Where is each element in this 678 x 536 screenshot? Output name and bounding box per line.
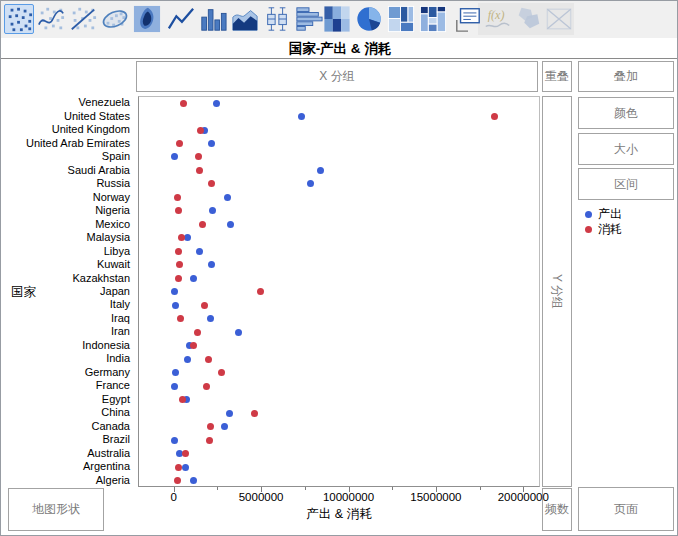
point-consumption-Iran[interactable] xyxy=(194,329,201,336)
y-axis-label: Argentina xyxy=(1,461,134,472)
toolbar-icon-line-of-fit[interactable] xyxy=(68,4,98,34)
drop-zone-size[interactable]: 大小 xyxy=(578,133,674,165)
legend-label: 产出 xyxy=(598,206,622,223)
legend-item-consumption[interactable]: 消耗 xyxy=(585,223,622,237)
point-output-Iran[interactable] xyxy=(235,329,242,336)
y-axis-label: Nigeria xyxy=(1,205,134,216)
y-axis-label: United Arab Emirates xyxy=(1,138,134,149)
drop-zone-interval[interactable]: 区间 xyxy=(578,168,674,200)
toolbar-icon-bar[interactable] xyxy=(198,4,228,34)
drop-zone-map-shape-label: 地图形状 xyxy=(32,501,80,518)
toolbar-icon-box-plot[interactable] xyxy=(262,4,292,34)
point-consumption-Libya[interactable] xyxy=(175,248,182,255)
toolbar-icon-histogram[interactable] xyxy=(294,4,324,34)
toolbar-icon-smoother[interactable] xyxy=(36,4,66,34)
drop-zone-page[interactable]: 页面 xyxy=(578,487,674,531)
drop-zone-color[interactable]: 颜色 xyxy=(578,97,674,129)
drop-zone-overlap-label: 重叠 xyxy=(545,68,569,85)
y-axis-label: United Kingdom xyxy=(1,124,134,135)
point-output-Kazakhstan[interactable] xyxy=(190,275,197,282)
x-axis-minor-tick xyxy=(480,487,481,490)
point-consumption-Brazil[interactable] xyxy=(206,437,213,444)
y-axis-label: Libya xyxy=(1,246,134,257)
point-consumption-Saudi-Arabia[interactable] xyxy=(196,167,203,174)
point-output-Brazil[interactable] xyxy=(171,437,178,444)
toolbar-icon-points[interactable] xyxy=(4,4,34,34)
point-consumption-Indonesia[interactable] xyxy=(190,342,197,349)
drop-zone-overlap[interactable]: 重叠 xyxy=(542,61,572,92)
legend-marker-icon xyxy=(585,226,592,233)
y-axis-label: Iran xyxy=(1,326,134,337)
point-consumption-Egypt[interactable] xyxy=(179,396,186,403)
y-axis-label: France xyxy=(1,380,134,391)
y-axis-label: Norway xyxy=(1,192,134,203)
toolbar-icon-area[interactable] xyxy=(230,4,260,34)
x-axis-tick-label: 15000000 xyxy=(391,491,481,503)
point-output-Venezuela[interactable] xyxy=(213,100,220,107)
y-axis-label: Kuwait xyxy=(1,259,134,270)
point-consumption-Kazakhstan[interactable] xyxy=(175,275,182,282)
drop-zone-frequency-label: 频数 xyxy=(545,501,569,518)
y-axis-label: Malaysia xyxy=(1,232,134,243)
toolbar-icon-mosaic[interactable] xyxy=(418,4,448,34)
point-output-Mexico[interactable] xyxy=(227,221,234,228)
y-axis-label: Saudi Arabia xyxy=(1,165,134,176)
toolbar-icon-caption-box[interactable] xyxy=(453,4,483,34)
drop-zone-map-shape[interactable]: 地图形状 xyxy=(8,488,104,531)
point-output-Algeria[interactable] xyxy=(190,477,197,484)
x-axis-tick-label: 0 xyxy=(129,491,219,503)
toolbar-icon-pie[interactable] xyxy=(354,4,384,34)
x-axis-tick-label: 20000000 xyxy=(478,491,568,503)
y-axis-label: Australia xyxy=(1,448,134,459)
toolbar-icon-binned-shapes xyxy=(513,4,543,34)
toolbar-icon-line[interactable] xyxy=(166,4,196,34)
drop-zone-interval-label: 区间 xyxy=(614,176,638,193)
point-output-China[interactable] xyxy=(226,410,233,417)
toolbar-icon-contour[interactable] xyxy=(132,4,162,34)
point-output-Japan[interactable] xyxy=(171,288,178,295)
point-consumption-Italy[interactable] xyxy=(201,302,208,309)
y-axis-label: Russia xyxy=(1,178,134,189)
point-output-India[interactable] xyxy=(184,356,191,363)
y-axis-label: Spain xyxy=(1,151,134,162)
drop-zone-y-group[interactable]: Y 分组 xyxy=(542,96,572,487)
toolbar-icon-treemap[interactable] xyxy=(386,4,416,34)
point-output-Italy[interactable] xyxy=(172,302,179,309)
y-axis-label: Mexico xyxy=(1,219,134,230)
point-consumption-Norway[interactable] xyxy=(174,194,181,201)
point-output-France[interactable] xyxy=(171,383,178,390)
legend-item-output[interactable]: 产出 xyxy=(585,207,622,221)
x-axis-minor-tick xyxy=(392,487,393,490)
toolbar-icon-heatmap[interactable] xyxy=(322,4,352,34)
drop-zone-color-label: 颜色 xyxy=(614,105,638,122)
y-axis-label: Germany xyxy=(1,367,134,378)
legend-marker-icon xyxy=(585,211,592,218)
drop-zone-x-group[interactable]: X 分组 xyxy=(136,61,538,92)
toolbar-icon-ellipse[interactable] xyxy=(100,4,130,34)
drop-zone-overlay[interactable]: 叠加 xyxy=(578,61,674,92)
point-consumption-Algeria[interactable] xyxy=(174,477,181,484)
drop-zone-page-label: 页面 xyxy=(614,501,638,518)
drop-zone-x-group-label: X 分组 xyxy=(319,68,354,85)
x-axis-minor-tick xyxy=(305,487,306,490)
point-consumption-India[interactable] xyxy=(205,356,212,363)
point-consumption-United-States[interactable] xyxy=(491,113,498,120)
drop-zone-y-group-label: Y 分组 xyxy=(549,274,566,309)
toolbar-icon-parallel xyxy=(544,4,574,34)
point-consumption-United-Arab-Emirates[interactable] xyxy=(176,140,183,147)
title-divider xyxy=(1,58,678,59)
graph-builder-window: f(x) 国家-产出 & 消耗 X 分组 重叠 叠加 颜色 大小 区间 Y 分组… xyxy=(0,0,678,536)
point-output-Libya[interactable] xyxy=(196,248,203,255)
point-output-Canada[interactable] xyxy=(221,423,228,430)
drop-zone-overlay-label: 叠加 xyxy=(614,68,638,85)
y-axis-label: Algeria xyxy=(1,475,134,486)
point-consumption-Australia[interactable] xyxy=(182,450,189,457)
point-consumption-Venezuela[interactable] xyxy=(180,100,187,107)
point-consumption-Canada[interactable] xyxy=(207,423,214,430)
point-output-Iraq[interactable] xyxy=(207,315,214,322)
y-axis-label: Kazakhstan xyxy=(1,273,134,284)
point-output-Saudi-Arabia[interactable] xyxy=(317,167,324,174)
point-output-Argentina[interactable] xyxy=(182,464,189,471)
y-axis-label: Brazil xyxy=(1,434,134,445)
point-consumption-United-Kingdom[interactable] xyxy=(197,127,204,134)
